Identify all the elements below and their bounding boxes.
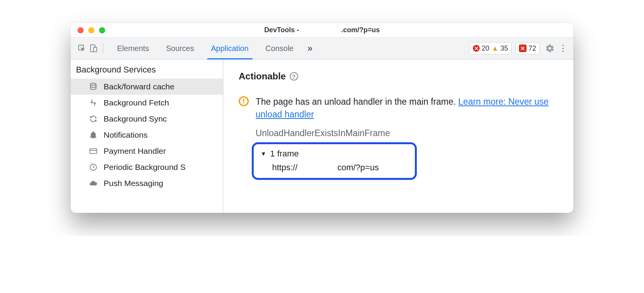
section-header: Actionable ? <box>239 71 562 82</box>
traffic-lights <box>71 27 105 33</box>
sidebar-item-periodic[interactable]: Periodic Background S <box>71 159 223 175</box>
warning-icon: ▲ <box>492 44 499 53</box>
clock-icon <box>88 162 98 172</box>
kebab-menu-icon[interactable]: ⋮ <box>556 42 570 55</box>
sidebar-item-label: Push Messaging <box>104 179 163 188</box>
help-icon[interactable]: ? <box>290 72 298 81</box>
issues-badge[interactable]: ✕ 72 <box>515 42 540 54</box>
tab-elements[interactable]: Elements <box>109 38 157 59</box>
issues-count: 72 <box>528 44 536 53</box>
sidebar: Background Services Back/forward cache B… <box>71 59 223 213</box>
title-prefix: DevTools - <box>264 26 301 34</box>
frame-url[interactable]: https:// com/?p=us <box>272 163 406 173</box>
more-tabs-button[interactable]: » <box>302 43 318 54</box>
device-toggle-icon[interactable] <box>88 43 99 54</box>
sidebar-item-label: Payment Handler <box>104 146 166 156</box>
section-title: Actionable <box>239 71 286 82</box>
sidebar-item-payment[interactable]: Payment Handler <box>71 143 223 159</box>
title-url: .com/?p=us <box>341 26 380 34</box>
window-title: DevTools - .com/?p=us <box>71 26 573 34</box>
tab-sources[interactable]: Sources <box>157 38 202 59</box>
sidebar-item-bg-sync[interactable]: Background Sync <box>71 111 223 127</box>
sidebar-item-label: Background Sync <box>104 114 167 123</box>
issue-text: The page has an unload handler in the ma… <box>256 95 562 121</box>
sidebar-item-push[interactable]: Push Messaging <box>71 175 223 191</box>
toolbar-divider <box>103 43 103 53</box>
minimize-window-button[interactable] <box>88 27 94 33</box>
console-status-badge[interactable]: ✕ 20 ▲ 35 <box>469 42 512 54</box>
tab-console[interactable]: Console <box>257 38 302 59</box>
error-icon: ✕ <box>473 45 480 52</box>
titlebar: DevTools - .com/?p=us <box>71 23 573 38</box>
svg-point-3 <box>91 83 96 86</box>
sidebar-item-label: Back/forward cache <box>104 82 174 91</box>
close-window-button[interactable] <box>78 27 84 33</box>
devtools-window: DevTools - .com/?p=us Elements Sources A… <box>71 23 573 213</box>
tab-application[interactable]: Application <box>203 38 257 59</box>
svg-rect-4 <box>90 149 97 154</box>
sidebar-item-label: Background Fetch <box>104 98 169 107</box>
issue-message: The page has an unload handler in the ma… <box>256 97 458 107</box>
content-area: Background Services Back/forward cache B… <box>71 59 573 213</box>
frame-summary-label: 1 frame <box>270 149 299 159</box>
error-count: 20 <box>482 44 489 53</box>
cloud-icon <box>88 178 98 188</box>
credit-card-icon <box>88 146 98 156</box>
sidebar-heading: Background Services <box>71 59 223 79</box>
fetch-icon <box>88 98 98 108</box>
bell-icon <box>88 130 98 140</box>
sidebar-item-bg-fetch[interactable]: Background Fetch <box>71 95 223 111</box>
warning-count: 35 <box>500 44 508 53</box>
sidebar-item-notifications[interactable]: Notifications <box>71 127 223 143</box>
toolbar: Elements Sources Application Console » ✕… <box>71 38 573 59</box>
sync-icon <box>88 114 98 124</box>
issues-icon: ✕ <box>519 44 527 52</box>
sidebar-item-label: Periodic Background S <box>104 163 186 172</box>
panel-tabs: Elements Sources Application Console » <box>109 38 318 59</box>
disclosure-triangle-icon: ▼ <box>261 150 266 157</box>
frame-tree-toggle[interactable]: ▼ 1 frame <box>261 149 406 159</box>
issue-row: ! The page has an unload handler in the … <box>239 95 562 121</box>
svg-rect-2 <box>94 47 97 52</box>
main-panel: Actionable ? ! The page has an unload ha… <box>223 59 573 213</box>
settings-icon[interactable] <box>543 42 556 55</box>
inspect-icon[interactable] <box>76 43 88 54</box>
database-icon <box>88 82 98 92</box>
maximize-window-button[interactable] <box>99 27 105 33</box>
sidebar-item-bfcache[interactable]: Back/forward cache <box>71 79 223 95</box>
sidebar-item-label: Notifications <box>104 130 147 140</box>
frame-tree-highlight: ▼ 1 frame https:// com/?p=us <box>252 142 417 180</box>
reason-code: UnloadHandlerExistsInMainFrame <box>256 128 562 138</box>
warning-circle-icon: ! <box>239 96 249 106</box>
